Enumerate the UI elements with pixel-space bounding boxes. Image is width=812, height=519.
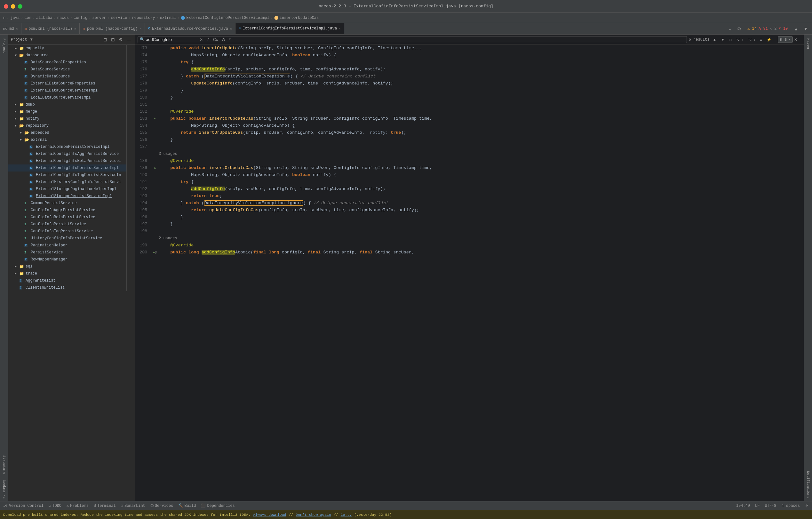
- breadcrumb-item[interactable]: extrnal: [160, 16, 176, 20]
- dependencies-btn[interactable]: ⬛ Dependencies: [201, 503, 234, 508]
- tree-item-ConfigInfoPersistService[interactable]: I ConfigInfoPersistService: [8, 221, 126, 228]
- co-link[interactable]: Co...: [341, 513, 352, 517]
- tree-item-ExternalDataSourceProperties[interactable]: C ExternalDataSourceProperties: [8, 80, 126, 87]
- filter-btn2[interactable]: ⌥ ↓: [747, 37, 757, 42]
- search-input-wrapper[interactable]: 🔍 ✕ .* Cc W *: [138, 36, 687, 43]
- tree-item-ExternalCommonPersistServiceImpl[interactable]: C ExternalCommonPersistServiceImpl: [8, 143, 126, 150]
- filter-results-btn[interactable]: ⚡: [765, 37, 773, 42]
- notifications-panel-icon[interactable]: Notifications: [805, 470, 811, 500]
- nav-up-btn[interactable]: ▲: [792, 26, 800, 32]
- tree-item-notify[interactable]: ▶ 📁 notify: [8, 115, 126, 122]
- tree-item-HistoryConfigInfoPersistService[interactable]: I HistoryConfigInfoPersistService: [8, 235, 126, 242]
- tree-item-ConfigInfoTagPersistService[interactable]: I ConfigInfoTagPersistService: [8, 228, 126, 235]
- tree-item-trace[interactable]: ▶ 📁 trace: [8, 270, 126, 277]
- always-download-link[interactable]: Always download: [253, 513, 286, 517]
- nav-down-btn[interactable]: ▼: [802, 26, 809, 32]
- tree-item-ExternalConfigInfoAggrPersistService[interactable]: C ExternalConfigInfoAggrPersistService: [8, 150, 126, 157]
- indent-indicator[interactable]: 4 spaces: [781, 503, 800, 508]
- encoding-indicator[interactable]: UTF-8: [765, 503, 776, 508]
- minimize-button[interactable]: [11, 4, 16, 9]
- breadcrumb-item[interactable]: ExternalConfigInfoPersistServiceImpl: [186, 16, 269, 20]
- dont-show-link[interactable]: Don't show again: [296, 513, 331, 517]
- tree-item-ExternalConfigInfoBetaPersistServiceI[interactable]: C ExternalConfigInfoBetaPersistServiceI: [8, 157, 126, 165]
- sonar-btn[interactable]: ◎ SonarLint: [121, 503, 145, 508]
- tree-item-RowMapperManager[interactable]: C RowMapperManager: [8, 256, 126, 263]
- clear-search-btn[interactable]: ✕: [198, 37, 204, 42]
- project-dropdown-arrow[interactable]: ▼: [30, 37, 32, 42]
- tree-item-ConfigInfoAggrPersistService[interactable]: I ConfigInfoAggrPersistService: [8, 207, 126, 214]
- regex-search-btn[interactable]: .*: [205, 37, 210, 42]
- expand-find-btn[interactable]: □: [728, 37, 733, 42]
- tab-close-md[interactable]: ✕: [16, 27, 18, 31]
- tree-item-ExternalStoragePaginationHelperImpl[interactable]: C ExternalStoragePaginationHelperImpl: [8, 185, 126, 193]
- structure-icon[interactable]: Structure: [1, 454, 7, 475]
- tree-item-DynamicDataSource[interactable]: C DynamicDataSource: [8, 73, 126, 80]
- tab-external-ci[interactable]: C ExternalConfigInfoPersistServiceImpl.j…: [235, 23, 344, 34]
- breadcrumb-item[interactable]: java: [10, 16, 20, 20]
- tree-item-PaginationHelper[interactable]: C PaginationHelper: [8, 242, 126, 249]
- tree-item-dump[interactable]: ▶ 📁 dump: [8, 101, 126, 108]
- breadcrumb-item[interactable]: alibaba: [36, 16, 52, 20]
- close-find-bar-btn[interactable]: ✕: [793, 37, 799, 42]
- tree-item-ClientInWhiteList[interactable]: C ClientInWhiteList: [8, 284, 126, 291]
- maximize-button[interactable]: [18, 4, 22, 9]
- tree-item-datasource[interactable]: ▼ 📂 datasource: [8, 52, 126, 59]
- bookmarks-icon[interactable]: Bookmarks: [1, 478, 7, 500]
- case-sensitive-btn[interactable]: Cc: [212, 37, 219, 42]
- tree-item-capacity[interactable]: ▶ 📁 capacity: [8, 45, 126, 52]
- todo-btn[interactable]: ☑ TODO: [49, 503, 61, 508]
- build-btn[interactable]: 🔨 Build: [178, 503, 196, 508]
- breadcrumb-item[interactable]: ⬤: [274, 16, 278, 20]
- breadcrumb-item[interactable]: insertOrUpdateCas: [280, 16, 319, 20]
- line-ending-indicator[interactable]: LF: [755, 503, 759, 508]
- tree-item-CommonPersistService[interactable]: I CommonPersistService: [8, 200, 126, 207]
- breadcrumb-item[interactable]: repository: [132, 16, 155, 20]
- tree-item-AggrWhitelist[interactable]: C AggrWhitelist: [8, 277, 126, 284]
- more-options-btn[interactable]: ≡: [759, 37, 763, 42]
- tab-md[interactable]: md md ✕: [0, 23, 22, 34]
- tree-item-ExternalStoragePersistServiceImpl[interactable]: C ExternalStoragePersistServiceImpl: [8, 193, 126, 200]
- tree-item-ExternalConfigInfoPersistServiceImpl[interactable]: C ExternalConfigInfoPersistServiceImpl: [8, 165, 126, 172]
- tab-close-pom-all[interactable]: ✕: [74, 27, 76, 31]
- problems-btn[interactable]: ⚠ Problems: [66, 503, 89, 508]
- tab-close-ds[interactable]: ✕: [230, 27, 232, 31]
- breadcrumb-item[interactable]: ⬤: [181, 16, 185, 20]
- project-panel-icon[interactable]: Project: [1, 37, 7, 54]
- close-sidebar-btn[interactable]: —: [125, 36, 133, 43]
- services-btn[interactable]: ⬡ Services: [150, 503, 173, 508]
- inline-popup-close-btn[interactable]: ✕: [788, 37, 790, 42]
- tree-item-merge[interactable]: ▶ 📁 merge: [8, 108, 126, 115]
- tree-item-sql[interactable]: ▶ 📁 sql: [8, 263, 126, 270]
- search-options-btn[interactable]: *: [228, 37, 232, 42]
- prev-result-btn[interactable]: ▲: [711, 37, 718, 42]
- terminal-btn[interactable]: $ Terminal: [94, 503, 116, 508]
- tree-item-embedded[interactable]: ▼ 📂 embedded: [8, 129, 126, 136]
- whole-word-btn[interactable]: W: [221, 37, 227, 42]
- collapse-all-btn[interactable]: ⊟: [102, 36, 109, 43]
- tree-item-ExternalDataSourceServiceImpl[interactable]: C ExternalDataSourceServiceImpl: [8, 87, 126, 94]
- next-result-btn[interactable]: ▼: [720, 37, 726, 42]
- expand-all-btn[interactable]: ⊞: [110, 36, 116, 43]
- breadcrumb-item[interactable]: com: [24, 16, 31, 20]
- tab-close-pom-config[interactable]: ✕: [140, 27, 141, 31]
- breadcrumb-item[interactable]: config: [74, 16, 87, 20]
- tree-item-extrnal[interactable]: ▼ 📂 extrnal: [8, 136, 126, 143]
- maven-panel-icon[interactable]: Maven: [805, 37, 811, 50]
- close-button[interactable]: [4, 4, 8, 9]
- tree-item-ExternalConfigInfoTagPersistServiceIn[interactable]: C ExternalConfigInfoTagPersistServiceIn: [8, 172, 126, 178]
- tree-item-PersistService[interactable]: I PersistService: [8, 249, 126, 256]
- tree-item-LocalDataSourceServiceImpl[interactable]: C LocalDataSourceServiceImpl: [8, 94, 126, 101]
- tab-dropdown-btn[interactable]: ⌄: [727, 26, 734, 32]
- code-editor[interactable]: 173 public void insertOrUpdate(String sr…: [135, 45, 804, 501]
- tab-close-ci[interactable]: ✕: [339, 27, 341, 30]
- breadcrumb-item[interactable]: server: [92, 16, 106, 20]
- settings-btn[interactable]: ⚙: [117, 36, 124, 43]
- breadcrumb-item[interactable]: nacos: [57, 16, 69, 20]
- tree-item-DataSourcePoolProperties[interactable]: C DataSourcePoolProperties: [8, 59, 126, 66]
- tab-settings-btn[interactable]: ⚙: [735, 26, 743, 32]
- breadcrumb-item[interactable]: service: [111, 16, 127, 20]
- filter-btn[interactable]: ⌥ ↑: [734, 37, 745, 42]
- tree-item-ConfigInfoBetaPersistService[interactable]: I ConfigInfoBetaPersistService: [8, 214, 126, 221]
- version-control-btn[interactable]: ⎇ Version Control: [3, 503, 44, 508]
- tab-pom-config[interactable]: m pom.xml (nacos-config) ✕: [80, 23, 145, 34]
